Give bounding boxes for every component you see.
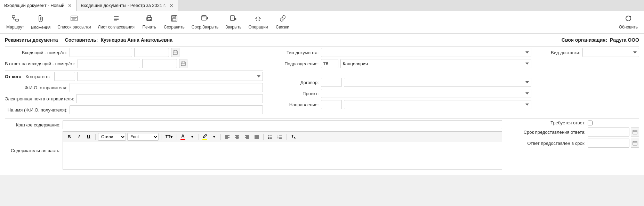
response-provided-calendar[interactable]	[631, 139, 639, 148]
font-size-button[interactable]: TT▾	[164, 133, 174, 141]
svg-rect-64	[633, 141, 637, 145]
save-close-icon	[201, 15, 209, 24]
highlight-dropdown[interactable]: ▾	[210, 133, 218, 141]
tab-incoming-new-close[interactable]: ✕	[68, 3, 72, 8]
align-justify-button[interactable]	[252, 133, 261, 141]
font-color-label: A	[181, 133, 184, 139]
recipient-input[interactable]	[70, 105, 263, 114]
svg-rect-60	[633, 130, 637, 134]
underline-button[interactable]: U	[84, 133, 93, 141]
reply-to-row: В ответ на исходящий - номер/от:	[5, 59, 263, 68]
rte-editor[interactable]	[63, 142, 502, 170]
sender-email-input[interactable]	[76, 94, 263, 103]
tab-bar: Входящий документ - Новый ✕ Входящие док…	[0, 0, 644, 11]
align-right-button[interactable]	[243, 133, 251, 141]
align-center-button[interactable]	[233, 133, 241, 141]
delivery-select[interactable]	[582, 48, 639, 57]
operations-button[interactable]: Операции	[245, 14, 271, 31]
highlight-bar	[202, 139, 207, 140]
svg-rect-1	[16, 19, 18, 21]
division-name-select[interactable]: Канцелярия	[340, 59, 532, 68]
bold-button[interactable]: B	[65, 133, 73, 141]
response-deadline-input-group	[588, 127, 639, 137]
refresh-button[interactable]: Обновить	[616, 14, 641, 31]
division-code-input[interactable]	[321, 59, 338, 68]
rte-divider6	[263, 134, 264, 140]
list-number-button[interactable]: 1.2.3.	[276, 133, 284, 141]
reply-to-date-calendar[interactable]	[179, 59, 187, 68]
form-columns: Входящий - номер/от: В ответ на исходящи…	[5, 48, 639, 116]
italic-button[interactable]: I	[75, 133, 83, 141]
doc-type-row: Тип документа:	[274, 48, 532, 57]
contractor-code-input[interactable]	[54, 72, 75, 81]
response-deadline-input[interactable]	[588, 127, 629, 137]
print-button[interactable]: Печать	[139, 14, 160, 31]
tab-registry-close[interactable]: ✕	[169, 3, 174, 8]
org-label: Своя организация:	[562, 37, 607, 43]
response-deadline-calendar[interactable]	[631, 127, 639, 137]
contractor-select[interactable]	[77, 72, 263, 81]
save-label: Сохранить	[164, 25, 185, 30]
approval-label: Лист согласования	[98, 25, 135, 30]
tab-registry[interactable]: Входящие документы - Реестр за 2021 г. ✕	[77, 0, 178, 11]
svg-point-13	[147, 18, 148, 19]
links-button[interactable]: Связки	[272, 14, 293, 31]
approval-icon	[112, 15, 120, 24]
incoming-date-calendar[interactable]	[171, 48, 179, 57]
recipient-label: На имя (Ф.И.О. получателя):	[5, 107, 67, 113]
direction-code-input[interactable]	[321, 100, 342, 109]
save-button[interactable]: Сохранить	[161, 14, 187, 31]
incoming-number-input[interactable]	[70, 48, 132, 57]
reply-to-label: В ответ на исходящий - номер/от:	[5, 61, 75, 66]
align-left-button[interactable]	[223, 133, 232, 141]
incoming-date-input[interactable]	[134, 48, 169, 57]
doc-type-select[interactable]	[321, 48, 532, 57]
save-close-button[interactable]: Сохр.Закрыть	[189, 14, 221, 31]
attach-icon	[37, 15, 44, 24]
mailing-button[interactable]: Список рассылки	[55, 14, 94, 31]
tab-incoming-new-label: Входящий документ - Новый	[4, 3, 64, 8]
clear-format-button[interactable]: Tx	[289, 133, 298, 141]
highlight-icon: 🖊	[203, 133, 207, 139]
tab-incoming-new[interactable]: Входящий документ - Новый ✕	[0, 0, 77, 11]
response-provided-label: Ответ предоставлен в срок:	[506, 141, 586, 146]
direction-label: Направление:	[274, 102, 319, 107]
recipient-row: На имя (Ф.И.О. получателя):	[5, 105, 263, 114]
response-required-label: Требуется ответ:	[506, 120, 586, 125]
reply-to-date-input[interactable]	[142, 59, 177, 68]
response-required-row: Требуется ответ:	[506, 120, 639, 125]
right-column: Вид доставки:	[535, 48, 639, 59]
contract-code-input[interactable]	[321, 78, 342, 87]
contract-row: Договор:	[274, 78, 532, 87]
org-value: Радуга ООО	[610, 37, 639, 43]
font-color-button[interactable]: A	[179, 133, 186, 141]
list-bullet-button[interactable]	[266, 133, 274, 141]
doc-type-label: Тип документа:	[274, 50, 319, 55]
font-select[interactable]: Font	[127, 133, 159, 141]
sender-name-input[interactable]	[70, 83, 263, 92]
close-label: Закрыть	[225, 25, 241, 30]
incoming-number-row: Входящий - номер/от:	[5, 48, 263, 57]
route-button[interactable]: Маршрут	[3, 14, 27, 31]
contractor-row: От кого Контрагент:	[5, 72, 263, 81]
project-select[interactable]	[321, 89, 532, 98]
close-button[interactable]: Закрыть	[223, 14, 244, 31]
composer-label: Составитель:	[65, 37, 98, 43]
styles-select[interactable]: Стили	[98, 133, 126, 141]
clear-format-icon: Tx	[291, 134, 296, 139]
response-required-checkbox[interactable]	[588, 121, 593, 125]
svg-rect-16	[172, 18, 176, 21]
direction-select[interactable]	[344, 100, 532, 109]
summary-input[interactable]	[63, 120, 502, 129]
route-label: Маршрут	[6, 25, 24, 30]
mid-column: Тип документа: Подразделение: Канцелярия…	[270, 48, 535, 111]
font-color-dropdown[interactable]: ▾	[188, 133, 196, 141]
attach-button[interactable]: Вложения	[28, 13, 53, 31]
reply-to-number-input[interactable]	[78, 59, 140, 68]
contract-select[interactable]	[344, 78, 532, 87]
response-provided-input[interactable]	[588, 139, 629, 148]
approval-button[interactable]: Лист согласования	[95, 14, 138, 31]
highlight-button[interactable]: 🖊	[201, 133, 208, 141]
svg-point-50	[268, 138, 269, 139]
division-row: Подразделение: Канцелярия	[274, 59, 532, 68]
